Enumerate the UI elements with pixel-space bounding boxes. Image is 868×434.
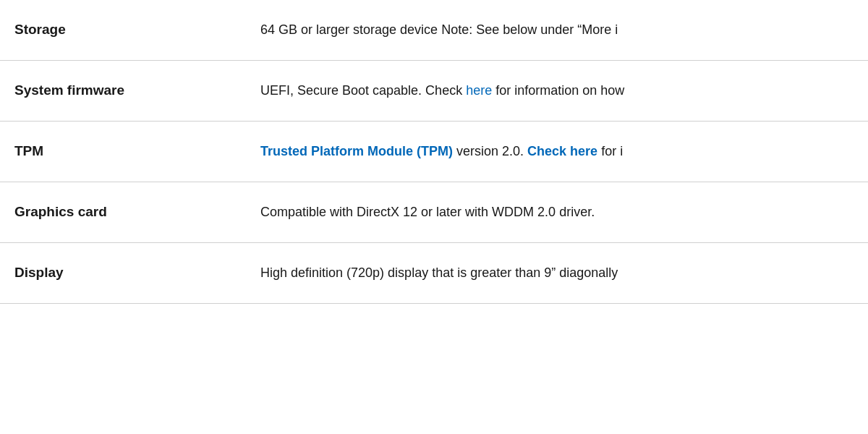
value-storage: 64 GB or larger storage device Note: See…	[260, 20, 868, 40]
value-system-firmware: UEFI, Secure Boot capable. Check here fo…	[260, 81, 868, 101]
row-display: DisplayHigh definition (720p) display th…	[0, 243, 868, 304]
row-storage: Storage64 GB or larger storage device No…	[0, 0, 868, 61]
value-text: Compatible with DirectX 12 or later with…	[260, 205, 595, 219]
value-text: for information on how	[492, 83, 624, 98]
value-text: 64 GB or larger storage device Note: See…	[260, 22, 618, 37]
value-display: High definition (720p) display that is g…	[260, 263, 868, 283]
value-link[interactable]: here	[466, 83, 492, 98]
label-graphics-card: Graphics card	[14, 203, 260, 220]
value-tpm: Trusted Platform Module (TPM) version 2.…	[260, 142, 868, 161]
requirements-table: Storage64 GB or larger storage device No…	[0, 0, 868, 304]
value-text: UEFI, Secure Boot capable. Check	[260, 83, 466, 98]
label-display: Display	[14, 263, 260, 281]
row-graphics-card: Graphics cardCompatible with DirectX 12 …	[0, 182, 868, 243]
value-link-bold[interactable]: Check here	[527, 144, 597, 158]
value-text: for i	[597, 144, 623, 158]
value-text: version 2.0.	[453, 144, 527, 158]
row-tpm: TPMTrusted Platform Module (TPM) version…	[0, 122, 868, 182]
row-system-firmware: System firmwareUEFI, Secure Boot capable…	[0, 61, 868, 122]
value-graphics-card: Compatible with DirectX 12 or later with…	[260, 203, 868, 222]
value-text: High definition (720p) display that is g…	[260, 265, 618, 280]
label-storage: Storage	[14, 20, 260, 38]
label-system-firmware: System firmware	[14, 81, 260, 98]
label-tpm: TPM	[14, 142, 260, 159]
value-link-bold[interactable]: Trusted Platform Module (TPM)	[260, 144, 453, 158]
